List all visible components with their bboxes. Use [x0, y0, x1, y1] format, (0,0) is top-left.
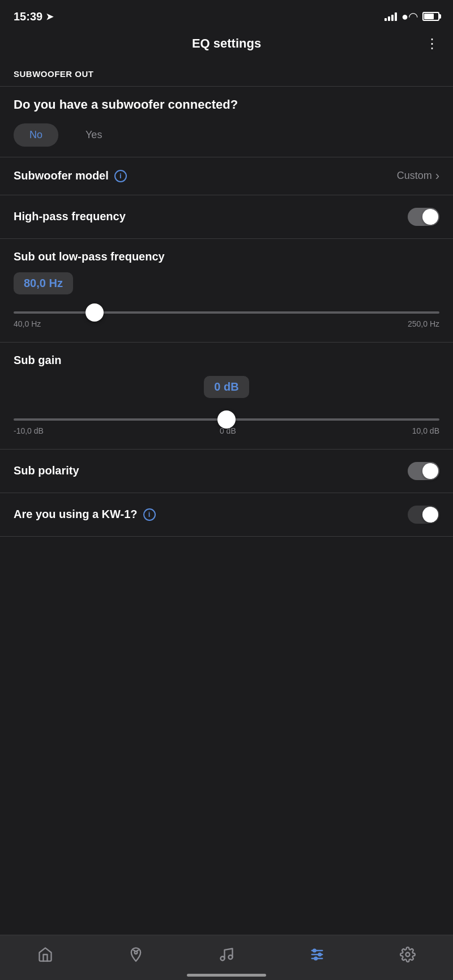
subwoofer-model-label: Subwoofer model — [14, 169, 109, 182]
sub-polarity-label: Sub polarity — [14, 464, 79, 477]
sub-polarity-toggle[interactable] — [408, 462, 439, 480]
sub-low-pass-min: 40,0 Hz — [14, 319, 41, 328]
nav-item-eq[interactable] — [309, 947, 325, 965]
subwoofer-model-row[interactable]: Subwoofer model i Custom › — [0, 157, 453, 195]
kw-info-icon[interactable]: i — [143, 508, 156, 521]
kw-row: Are you using a KW-1? i — [0, 493, 453, 537]
subwoofer-model-right: Custom › — [397, 169, 439, 183]
high-pass-frequency-row: High-pass frequency — [0, 195, 453, 239]
subwoofer-question-text: Do you have a subwoofer connected? — [14, 97, 439, 113]
subwoofer-connected-row: Do you have a subwoofer connected? No Ye… — [0, 87, 453, 157]
sub-low-pass-labels: 40,0 Hz 250,0 Hz — [14, 319, 439, 328]
sub-gain-title: Sub gain — [14, 354, 439, 367]
page-title: EQ settings — [192, 36, 261, 51]
svg-point-8 — [314, 957, 317, 960]
sub-gain-value: 0 dB — [204, 376, 249, 398]
remote-icon — [128, 947, 144, 965]
content: SUBWOOFER OUT Do you have a subwoofer co… — [0, 60, 453, 593]
wifi-icon: ●◠ — [401, 10, 418, 23]
eq-icon — [309, 947, 325, 965]
no-button[interactable]: No — [14, 123, 58, 147]
svg-point-0 — [135, 951, 138, 954]
header: EQ settings ⋮ — [0, 29, 453, 60]
nav-item-music[interactable] — [219, 947, 234, 965]
nav-item-remote[interactable] — [128, 947, 144, 965]
nav-item-home[interactable] — [37, 947, 53, 965]
sub-gain-section: Sub gain 0 dB -10,0 dB 0 dB 10,0 dB — [0, 343, 453, 450]
battery-icon — [422, 12, 439, 21]
kw-label: Are you using a KW-1? — [14, 508, 138, 521]
subwoofer-model-left: Subwoofer model i — [14, 169, 127, 182]
sub-low-pass-thumb[interactable] — [86, 303, 104, 322]
sub-low-pass-track — [14, 311, 439, 314]
sub-low-pass-slider[interactable] — [14, 311, 439, 314]
subwoofer-model-chevron: › — [435, 169, 439, 183]
music-icon — [219, 947, 234, 965]
location-arrow-icon: ➤ — [46, 11, 53, 22]
settings-icon — [400, 947, 416, 965]
high-pass-label: High-pass frequency — [14, 210, 126, 223]
sub-gain-slider[interactable] — [14, 418, 439, 421]
svg-point-7 — [318, 953, 321, 956]
status-time: 15:39 ➤ — [14, 10, 53, 23]
sub-low-pass-title: Sub out low-pass frequency — [14, 250, 439, 263]
sub-low-pass-value: 80,0 Hz — [14, 272, 73, 294]
kw-left: Are you using a KW-1? i — [14, 508, 156, 521]
sub-gain-min: -10,0 dB — [14, 426, 44, 435]
status-icons: ●◠ — [384, 10, 439, 23]
yes-button[interactable]: Yes — [70, 123, 118, 147]
status-bar: 15:39 ➤ ●◠ — [0, 0, 453, 29]
sub-low-pass-section: Sub out low-pass frequency 80,0 Hz 40,0 … — [0, 239, 453, 343]
subwoofer-model-value: Custom — [397, 170, 432, 182]
svg-point-6 — [313, 949, 316, 952]
sub-polarity-row: Sub polarity — [0, 450, 453, 493]
svg-point-1 — [221, 956, 225, 960]
more-menu-button[interactable]: ⋮ — [425, 36, 439, 52]
sub-gain-track — [14, 418, 439, 421]
sub-polarity-toggle-thumb — [422, 463, 438, 479]
section-header-subwoofer: SUBWOOFER OUT — [0, 60, 453, 87]
sub-gain-thumb[interactable] — [217, 410, 236, 429]
kw-toggle[interactable] — [408, 506, 439, 524]
bottom-navigation — [0, 935, 453, 980]
sub-low-pass-max: 250,0 Hz — [408, 319, 439, 328]
sub-gain-max: 10,0 dB — [412, 426, 439, 435]
subwoofer-choice-group: No Yes — [14, 123, 439, 147]
nav-item-settings[interactable] — [400, 947, 416, 965]
home-indicator — [187, 974, 266, 977]
subwoofer-model-info-icon[interactable]: i — [114, 170, 127, 182]
section-title-subwoofer-out: SUBWOOFER OUT — [14, 69, 94, 79]
kw-toggle-thumb — [422, 507, 438, 523]
home-icon — [37, 947, 53, 965]
svg-point-9 — [406, 952, 410, 956]
high-pass-toggle-thumb — [422, 209, 438, 225]
svg-point-2 — [229, 955, 233, 959]
signal-icon — [384, 12, 397, 21]
high-pass-toggle[interactable] — [408, 208, 439, 226]
